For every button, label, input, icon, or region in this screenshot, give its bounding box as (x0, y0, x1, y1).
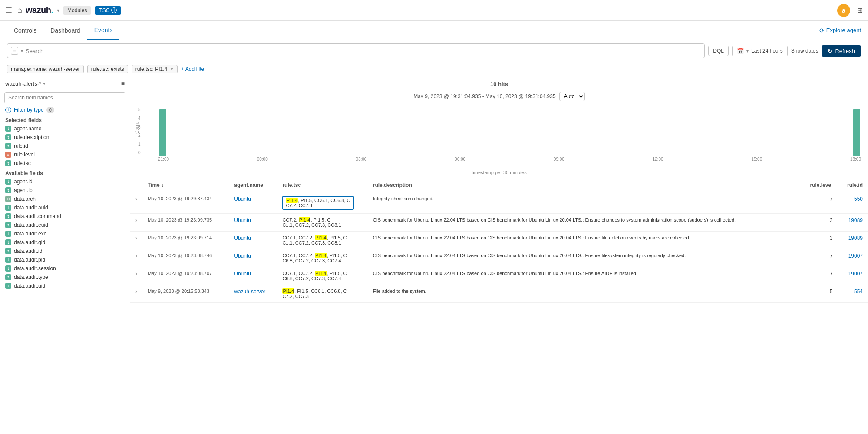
agent-cell[interactable]: Ubuntu (229, 192, 277, 214)
filter-close-icon[interactable]: ✕ (170, 66, 174, 72)
field-data-audit-exe[interactable]: t data.audit.exe (0, 229, 130, 238)
tab-dashboard[interactable]: Dashboard (43, 21, 87, 40)
field-label: rule.description (14, 134, 49, 140)
expand-cell[interactable]: › (130, 192, 142, 214)
col-time[interactable]: Time ↓ (142, 179, 229, 192)
table-row: › May 9, 2023 @ 20:15:53.343 wazuh-serve… (130, 285, 868, 303)
grid-icon[interactable]: ⊞ (857, 6, 863, 14)
ruleid-cell[interactable]: 19089 (838, 232, 868, 249)
brand-chevron-icon[interactable]: ▾ (57, 7, 59, 13)
field-agent-name[interactable]: t agent.name (0, 124, 130, 133)
desc-cell: CIS benchmark for Ubuntu Linux 22.04 LTS… (368, 214, 800, 232)
field-search-input[interactable] (4, 92, 125, 103)
field-agent-id[interactable]: t agent.id (0, 177, 130, 186)
field-data-audit-type[interactable]: t data.audit.type (0, 273, 130, 282)
agent-cell[interactable]: Ubuntu (229, 267, 277, 285)
expand-cell[interactable]: › (130, 267, 142, 285)
index-name[interactable]: wazuh-alerts-* ▾ (5, 80, 46, 87)
expand-cell[interactable]: › (130, 214, 142, 232)
search-input-wrap[interactable]: ≡ ▾ (7, 43, 705, 58)
ruleid-cell[interactable]: 19089 (838, 214, 868, 232)
field-data-audit-command[interactable]: t data.audit.command (0, 212, 130, 221)
chart-bar-last (853, 109, 860, 156)
x-label: 09:00 (554, 157, 564, 162)
field-rule-description[interactable]: t rule.description (0, 133, 130, 142)
field-type-t-icon: t (5, 257, 11, 263)
agent-cell[interactable]: Ubuntu (229, 249, 277, 267)
field-type-t-icon: t (5, 283, 11, 289)
add-filter[interactable]: + Add filter (181, 66, 206, 72)
agent-cell[interactable]: Ubuntu (229, 214, 277, 232)
field-rule-tsc[interactable]: t rule.tsc (0, 159, 130, 168)
field-data-audit-id[interactable]: t data.audit.id (0, 247, 130, 255)
timestamp-label: timestamp per 30 minutes (130, 169, 868, 179)
agent-cell[interactable]: wazuh-server (229, 285, 277, 303)
field-data-audit-uid[interactable]: t data.audit.uid (0, 282, 130, 290)
field-type-t-icon: t (5, 248, 11, 254)
field-label: data.audit.id (14, 248, 42, 254)
field-data-audit-pid[interactable]: t data.audit.pid (0, 255, 130, 264)
brand: wazuh. (26, 5, 53, 15)
field-data-audit-auid[interactable]: t data.audit.auid (0, 203, 130, 212)
field-list-icon[interactable]: ≡ (121, 80, 125, 87)
refresh-button[interactable]: ↻ Refresh (822, 45, 861, 57)
tsc-cell: CC7.1, CC7.2, PI1.4, PI1.5, CC6.8, CC7.2… (277, 267, 367, 285)
field-data-arch[interactable]: ⊙ data.arch (0, 195, 130, 203)
main-layout: wazuh-alerts-* ▾ ≡ i Filter by type 0 Se… (0, 76, 868, 433)
filter-tag-ruletsc-pi14[interactable]: rule.tsc: PI1.4 ✕ (132, 65, 178, 73)
field-rule-level[interactable]: # rule.level (0, 150, 130, 159)
filter-type-badge: 0 (46, 107, 54, 113)
home-icon[interactable]: ⌂ (17, 6, 22, 15)
filters-bar: manager.name: wazuh-server rule.tsc: exi… (0, 62, 868, 76)
x-label: 21:00 (158, 157, 169, 162)
date-range-label: May 9, 2023 @ 19:31:04.935 - May 10, 202… (413, 93, 555, 99)
modules-pill[interactable]: Modules (63, 6, 91, 15)
tsc-cell: CC7.1, CC7.2, PI1.4, PI1.5, CC6.8, CC7.2… (277, 249, 367, 267)
field-label: data.audit.uid (14, 283, 45, 289)
ruleid-cell[interactable]: 19007 (838, 249, 868, 267)
show-dates-label[interactable]: Show dates (791, 48, 818, 54)
table-row: › May 10, 2023 @ 19:23:09.735 Ubuntu CC7… (130, 214, 868, 232)
col-rule-description[interactable]: rule.description (368, 179, 800, 192)
search-input[interactable] (26, 48, 701, 54)
hits-header: 10 hits (130, 76, 868, 92)
y-val-1: 1 (138, 142, 141, 146)
secondary-nav: Controls Dashboard Events ⟳ Explore agen… (0, 21, 868, 40)
ruleid-cell[interactable]: 550 (838, 192, 868, 214)
col-rule-tsc[interactable]: rule.tsc (277, 179, 367, 192)
x-label: 18:00 (850, 157, 861, 162)
dql-badge[interactable]: DQL (708, 46, 729, 56)
ruleid-cell[interactable]: 19007 (838, 267, 868, 285)
auto-select[interactable]: Auto (559, 92, 585, 101)
tab-events[interactable]: Events (87, 21, 120, 40)
level-cell: 7 (800, 249, 838, 267)
time-picker[interactable]: 📅 ▾ Last 24 hours (732, 46, 788, 56)
field-data-audit-session[interactable]: t data.audit.session (0, 264, 130, 273)
col-agent-name[interactable]: agent.name (229, 179, 277, 192)
col-rule-level[interactable]: rule.level (800, 179, 838, 192)
hamburger-icon[interactable]: ☰ (5, 6, 12, 15)
avatar[interactable]: a (837, 4, 850, 17)
ruleid-cell[interactable]: 554 (838, 285, 868, 303)
expand-cell[interactable]: › (130, 249, 142, 267)
expand-cell[interactable]: › (130, 232, 142, 249)
tab-controls[interactable]: Controls (7, 21, 43, 40)
explore-agent[interactable]: ⟳ Explore agent (819, 27, 861, 34)
tsc-pill[interactable]: TSC i (95, 6, 121, 15)
agent-cell[interactable]: Ubuntu (229, 232, 277, 249)
brand-name: wazuh (26, 5, 51, 15)
field-data-audit-euid[interactable]: t data.audit.euid (0, 221, 130, 229)
dropdown-icon[interactable]: ▾ (21, 49, 23, 53)
field-type-t-icon: t (5, 187, 11, 193)
index-name-label: wazuh-alerts-* (5, 80, 41, 87)
field-agent-ip[interactable]: t agent.ip (0, 186, 130, 195)
col-rule-id[interactable]: rule.id (838, 179, 868, 192)
highlight-pi14: PI1.4 (299, 217, 311, 222)
time-cell: May 10, 2023 @ 19:23:08.707 (142, 267, 229, 285)
field-rule-id[interactable]: t rule.id (0, 142, 130, 150)
tsc-cell: PI1.4, PI1.5, CC6.1, CC6.8, CC7.2, CC7.3 (277, 285, 367, 303)
field-data-audit-gid[interactable]: t data.audit.gid (0, 238, 130, 247)
filter-by-type[interactable]: i Filter by type 0 (0, 105, 130, 115)
expand-cell[interactable]: › (130, 285, 142, 303)
explore-agent-icon: ⟳ (819, 27, 825, 34)
